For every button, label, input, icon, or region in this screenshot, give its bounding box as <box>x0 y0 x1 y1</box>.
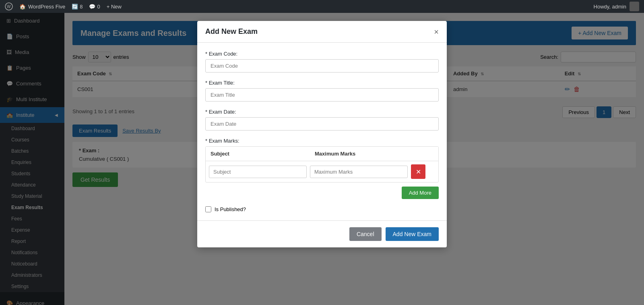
exam-title-label: * Exam Title: <box>205 80 439 86</box>
admin-info: Howdy, admin <box>594 2 639 11</box>
exam-code-label: * Exam Code: <box>205 51 439 57</box>
exam-title-input[interactable] <box>205 88 439 102</box>
subject-input-1[interactable] <box>209 166 307 178</box>
exam-marks-label: * Exam Marks: <box>205 138 439 144</box>
is-published-row: Is Published? <box>205 206 439 212</box>
admin-bar: W 🏠 WordPress Five 🔄 8 💬 0 + New Howdy, … <box>0 0 644 13</box>
modal-title: Add New Exam <box>205 27 258 36</box>
max-marks-col-header: Maximum Marks <box>310 147 414 161</box>
svg-text:W: W <box>7 4 11 9</box>
exam-title-group: * Exam Title: <box>205 80 439 102</box>
new-button[interactable]: + New <box>107 4 122 10</box>
modal-footer: Cancel Add New Exam <box>197 220 447 247</box>
exam-date-group: * Exam Date: <box>205 109 439 131</box>
is-published-checkbox[interactable] <box>205 206 211 212</box>
admin-avatar <box>630 2 639 11</box>
submit-add-exam-button[interactable]: Add New Exam <box>386 227 439 241</box>
modal-body: * Exam Code: * Exam Title: * Exam Date: … <box>197 43 447 220</box>
marks-row-1: ✕ <box>206 161 438 182</box>
exam-code-group: * Exam Code: <box>205 51 439 73</box>
updates-count[interactable]: 🔄 8 <box>72 4 83 10</box>
modal-overlay: Add New Exam × * Exam Code: * Exam Title… <box>0 13 644 305</box>
marks-table-header: Subject Maximum Marks <box>206 147 438 161</box>
site-name[interactable]: 🏠 WordPress Five <box>19 4 65 10</box>
exam-date-input[interactable] <box>205 117 439 131</box>
exam-date-label: * Exam Date: <box>205 109 439 115</box>
add-exam-modal: Add New Exam × * Exam Code: * Exam Title… <box>197 21 447 247</box>
modal-close-button[interactable]: × <box>434 28 439 36</box>
delete-row-button-1[interactable]: ✕ <box>411 164 425 179</box>
add-more-button[interactable]: Add More <box>402 187 439 199</box>
is-published-label: Is Published? <box>215 206 246 212</box>
marks-table: Subject Maximum Marks ✕ <box>205 146 439 183</box>
modal-header: Add New Exam × <box>197 21 447 43</box>
wp-icon: 🏠 <box>19 4 26 10</box>
wp-logo[interactable]: W <box>5 2 13 10</box>
max-marks-input-1[interactable] <box>310 166 408 178</box>
comments-count[interactable]: 💬 0 <box>89 4 100 10</box>
subject-col-header: Subject <box>206 147 310 161</box>
actions-col-header <box>414 147 438 161</box>
exam-marks-group: * Exam Marks: Subject Maximum Marks ✕ Ad… <box>205 138 439 199</box>
exam-code-input[interactable] <box>205 59 439 73</box>
cancel-button[interactable]: Cancel <box>349 227 382 241</box>
